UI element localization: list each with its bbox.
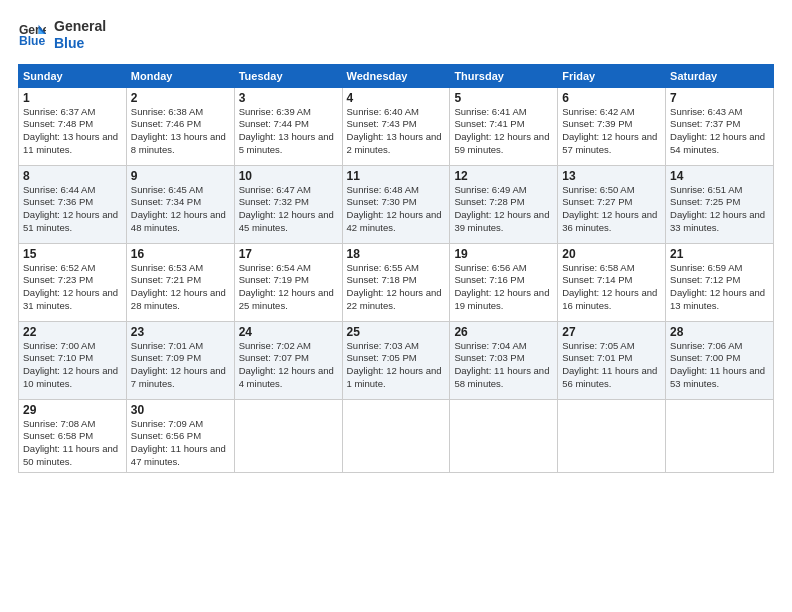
calendar-week-row: 22Sunrise: 7:00 AMSunset: 7:10 PMDayligh… — [19, 321, 774, 399]
day-info: Sunrise: 6:47 AMSunset: 7:32 PMDaylight:… — [239, 184, 338, 235]
calendar-body: 1Sunrise: 6:37 AMSunset: 7:48 PMDaylight… — [19, 87, 774, 472]
day-number: 16 — [131, 247, 230, 261]
calendar-week-row: 1Sunrise: 6:37 AMSunset: 7:48 PMDaylight… — [19, 87, 774, 165]
day-info: Sunrise: 6:43 AMSunset: 7:37 PMDaylight:… — [670, 106, 769, 157]
day-header-sunday: Sunday — [19, 64, 127, 87]
day-info: Sunrise: 7:09 AMSunset: 6:56 PMDaylight:… — [131, 418, 230, 469]
calendar-cell: 11Sunrise: 6:48 AMSunset: 7:30 PMDayligh… — [342, 165, 450, 243]
day-info: Sunrise: 6:58 AMSunset: 7:14 PMDaylight:… — [562, 262, 661, 313]
day-header-saturday: Saturday — [666, 64, 774, 87]
day-info: Sunrise: 6:38 AMSunset: 7:46 PMDaylight:… — [131, 106, 230, 157]
day-number: 27 — [562, 325, 661, 339]
day-number: 23 — [131, 325, 230, 339]
day-info: Sunrise: 6:52 AMSunset: 7:23 PMDaylight:… — [23, 262, 122, 313]
day-header-tuesday: Tuesday — [234, 64, 342, 87]
day-info: Sunrise: 7:00 AMSunset: 7:10 PMDaylight:… — [23, 340, 122, 391]
day-number: 26 — [454, 325, 553, 339]
day-header-wednesday: Wednesday — [342, 64, 450, 87]
day-info: Sunrise: 7:05 AMSunset: 7:01 PMDaylight:… — [562, 340, 661, 391]
calendar-page: General Blue General Blue SundayMondayTu… — [0, 0, 792, 612]
day-number: 9 — [131, 169, 230, 183]
day-info: Sunrise: 7:03 AMSunset: 7:05 PMDaylight:… — [347, 340, 446, 391]
day-number: 28 — [670, 325, 769, 339]
calendar-cell — [342, 399, 450, 472]
day-number: 6 — [562, 91, 661, 105]
calendar-cell: 2Sunrise: 6:38 AMSunset: 7:46 PMDaylight… — [126, 87, 234, 165]
day-info: Sunrise: 6:37 AMSunset: 7:48 PMDaylight:… — [23, 106, 122, 157]
calendar-cell: 28Sunrise: 7:06 AMSunset: 7:00 PMDayligh… — [666, 321, 774, 399]
day-info: Sunrise: 7:01 AMSunset: 7:09 PMDaylight:… — [131, 340, 230, 391]
logo-icon: General Blue — [18, 21, 46, 49]
day-number: 11 — [347, 169, 446, 183]
calendar-cell: 16Sunrise: 6:53 AMSunset: 7:21 PMDayligh… — [126, 243, 234, 321]
calendar-cell: 7Sunrise: 6:43 AMSunset: 7:37 PMDaylight… — [666, 87, 774, 165]
calendar-table: SundayMondayTuesdayWednesdayThursdayFrid… — [18, 64, 774, 473]
svg-text:Blue: Blue — [19, 34, 46, 48]
day-number: 29 — [23, 403, 122, 417]
calendar-cell: 18Sunrise: 6:55 AMSunset: 7:18 PMDayligh… — [342, 243, 450, 321]
day-number: 15 — [23, 247, 122, 261]
calendar-cell: 24Sunrise: 7:02 AMSunset: 7:07 PMDayligh… — [234, 321, 342, 399]
day-number: 30 — [131, 403, 230, 417]
calendar-cell: 5Sunrise: 6:41 AMSunset: 7:41 PMDaylight… — [450, 87, 558, 165]
day-header-friday: Friday — [558, 64, 666, 87]
day-number: 1 — [23, 91, 122, 105]
logo-general: General — [54, 18, 106, 35]
day-info: Sunrise: 6:55 AMSunset: 7:18 PMDaylight:… — [347, 262, 446, 313]
calendar-cell: 13Sunrise: 6:50 AMSunset: 7:27 PMDayligh… — [558, 165, 666, 243]
day-header-monday: Monday — [126, 64, 234, 87]
calendar-cell — [666, 399, 774, 472]
calendar-cell — [450, 399, 558, 472]
day-number: 22 — [23, 325, 122, 339]
day-info: Sunrise: 6:42 AMSunset: 7:39 PMDaylight:… — [562, 106, 661, 157]
day-number: 12 — [454, 169, 553, 183]
day-info: Sunrise: 7:08 AMSunset: 6:58 PMDaylight:… — [23, 418, 122, 469]
day-info: Sunrise: 7:04 AMSunset: 7:03 PMDaylight:… — [454, 340, 553, 391]
day-info: Sunrise: 6:48 AMSunset: 7:30 PMDaylight:… — [347, 184, 446, 235]
header: General Blue General Blue — [18, 18, 774, 52]
calendar-cell: 30Sunrise: 7:09 AMSunset: 6:56 PMDayligh… — [126, 399, 234, 472]
day-number: 4 — [347, 91, 446, 105]
calendar-cell: 21Sunrise: 6:59 AMSunset: 7:12 PMDayligh… — [666, 243, 774, 321]
day-number: 10 — [239, 169, 338, 183]
day-info: Sunrise: 6:39 AMSunset: 7:44 PMDaylight:… — [239, 106, 338, 157]
day-number: 18 — [347, 247, 446, 261]
day-number: 5 — [454, 91, 553, 105]
calendar-week-row: 15Sunrise: 6:52 AMSunset: 7:23 PMDayligh… — [19, 243, 774, 321]
calendar-cell: 26Sunrise: 7:04 AMSunset: 7:03 PMDayligh… — [450, 321, 558, 399]
day-number: 7 — [670, 91, 769, 105]
calendar-cell: 22Sunrise: 7:00 AMSunset: 7:10 PMDayligh… — [19, 321, 127, 399]
day-info: Sunrise: 6:53 AMSunset: 7:21 PMDaylight:… — [131, 262, 230, 313]
calendar-cell: 25Sunrise: 7:03 AMSunset: 7:05 PMDayligh… — [342, 321, 450, 399]
calendar-cell: 3Sunrise: 6:39 AMSunset: 7:44 PMDaylight… — [234, 87, 342, 165]
day-info: Sunrise: 6:59 AMSunset: 7:12 PMDaylight:… — [670, 262, 769, 313]
calendar-cell: 4Sunrise: 6:40 AMSunset: 7:43 PMDaylight… — [342, 87, 450, 165]
day-header-thursday: Thursday — [450, 64, 558, 87]
day-number: 25 — [347, 325, 446, 339]
day-number: 8 — [23, 169, 122, 183]
calendar-cell: 8Sunrise: 6:44 AMSunset: 7:36 PMDaylight… — [19, 165, 127, 243]
calendar-cell: 9Sunrise: 6:45 AMSunset: 7:34 PMDaylight… — [126, 165, 234, 243]
logo: General Blue General Blue — [18, 18, 106, 52]
day-info: Sunrise: 6:44 AMSunset: 7:36 PMDaylight:… — [23, 184, 122, 235]
calendar-cell: 19Sunrise: 6:56 AMSunset: 7:16 PMDayligh… — [450, 243, 558, 321]
calendar-cell: 29Sunrise: 7:08 AMSunset: 6:58 PMDayligh… — [19, 399, 127, 472]
calendar-week-row: 29Sunrise: 7:08 AMSunset: 6:58 PMDayligh… — [19, 399, 774, 472]
calendar-cell: 27Sunrise: 7:05 AMSunset: 7:01 PMDayligh… — [558, 321, 666, 399]
calendar-header-row: SundayMondayTuesdayWednesdayThursdayFrid… — [19, 64, 774, 87]
calendar-cell: 12Sunrise: 6:49 AMSunset: 7:28 PMDayligh… — [450, 165, 558, 243]
day-info: Sunrise: 6:50 AMSunset: 7:27 PMDaylight:… — [562, 184, 661, 235]
day-info: Sunrise: 6:45 AMSunset: 7:34 PMDaylight:… — [131, 184, 230, 235]
day-number: 21 — [670, 247, 769, 261]
day-number: 14 — [670, 169, 769, 183]
calendar-cell: 10Sunrise: 6:47 AMSunset: 7:32 PMDayligh… — [234, 165, 342, 243]
day-number: 17 — [239, 247, 338, 261]
day-number: 24 — [239, 325, 338, 339]
calendar-cell: 1Sunrise: 6:37 AMSunset: 7:48 PMDaylight… — [19, 87, 127, 165]
day-info: Sunrise: 7:02 AMSunset: 7:07 PMDaylight:… — [239, 340, 338, 391]
calendar-cell: 15Sunrise: 6:52 AMSunset: 7:23 PMDayligh… — [19, 243, 127, 321]
calendar-cell: 17Sunrise: 6:54 AMSunset: 7:19 PMDayligh… — [234, 243, 342, 321]
day-number: 20 — [562, 247, 661, 261]
day-info: Sunrise: 6:40 AMSunset: 7:43 PMDaylight:… — [347, 106, 446, 157]
calendar-cell: 14Sunrise: 6:51 AMSunset: 7:25 PMDayligh… — [666, 165, 774, 243]
